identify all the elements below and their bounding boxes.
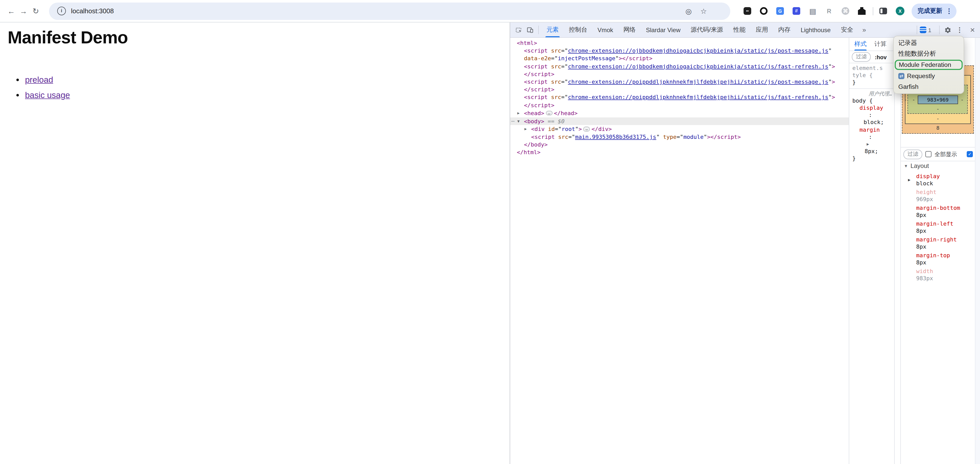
devtools-tab-slardar-view[interactable]: Slardar View: [641, 22, 686, 37]
forward-icon[interactable]: →: [18, 6, 30, 15]
computed-property-display[interactable]: ▶displayblock: [901, 173, 975, 187]
css-property-name[interactable]: margin: [852, 126, 894, 133]
devtools-tab-lighthouse[interactable]: Lighthouse: [795, 22, 836, 37]
issues-counter[interactable]: 1: [920, 27, 931, 33]
bookmark-star-icon[interactable]: ☆: [700, 7, 707, 15]
dom-node[interactable]: <script src="chrome-extension://poippddl…: [510, 78, 849, 86]
computed-property-width[interactable]: width983px: [901, 268, 975, 282]
devtools-tab-元素[interactable]: 元素: [541, 22, 564, 37]
side-panel-icon[interactable]: [880, 8, 887, 14]
expand-arrow-icon[interactable]: ▶: [852, 141, 894, 148]
tab-styles[interactable]: 样式: [854, 38, 867, 51]
devtools-tab-内存[interactable]: 内存: [773, 22, 795, 37]
node-menu-dots-icon[interactable]: ⋯: [511, 117, 515, 125]
preview-eye-icon[interactable]: ◎: [685, 7, 692, 15]
dom-node[interactable]: <script src="main.99353058b36d3175.js" t…: [510, 133, 849, 141]
preload-link[interactable]: preload: [25, 75, 53, 84]
tag-token: <script: [524, 94, 548, 101]
devtools-tab-控制台[interactable]: 控制台: [564, 22, 592, 37]
dom-node[interactable]: </script>: [510, 101, 849, 109]
attr-name-token: src: [551, 79, 561, 85]
devtools-tab-vmok[interactable]: Vmok: [592, 22, 618, 37]
close-devtools-icon[interactable]: ×: [966, 25, 980, 35]
resource-link[interactable]: chrome-extension://ojbbodkemjdhoiogaicbc…: [568, 63, 828, 70]
dom-node[interactable]: </script>: [510, 70, 849, 78]
pseudo-state-toggle[interactable]: :hov: [875, 54, 886, 60]
inspect-element-icon[interactable]: [513, 26, 525, 33]
device-toolbar-icon[interactable]: [525, 26, 536, 33]
google-translate-extension-icon[interactable]: G: [776, 7, 784, 15]
menu-item-requestly[interactable]: ⇄Requestly: [894, 70, 964, 81]
update-label: 完成更新: [918, 6, 942, 15]
expand-arrow-icon[interactable]: ▶: [908, 176, 910, 183]
dom-node-selected[interactable]: ⋯▼<body> == $0: [510, 117, 849, 125]
computed-property-margin-right[interactable]: margin-right8px: [901, 236, 975, 250]
gray-r-extension-icon[interactable]: R: [825, 7, 833, 15]
computed-property-margin-left[interactable]: margin-left8px: [901, 221, 975, 234]
address-bar[interactable]: i localhost:3008 ◎ ☆: [49, 2, 730, 20]
devtools-tab-性能[interactable]: 性能: [728, 22, 751, 37]
dom-node[interactable]: ▶<head>…</head>: [510, 109, 849, 117]
layout-section-header[interactable]: ▼ Layout: [901, 162, 975, 170]
css-property-name[interactable]: display: [852, 105, 894, 112]
black-ring-extension-icon[interactable]: [760, 7, 768, 15]
devtools-tab-应用[interactable]: 应用: [751, 22, 773, 37]
url-text[interactable]: localhost:3008: [71, 7, 685, 15]
devtools-tab-网络[interactable]: 网络: [618, 22, 641, 37]
group-checkbox[interactable]: ✓: [967, 151, 973, 157]
menu-item-module-federation[interactable]: Module Federation: [895, 60, 963, 70]
padding-left-value: -: [912, 95, 915, 104]
site-info-icon[interactable]: i: [57, 6, 66, 15]
dom-node[interactable]: </body>: [510, 141, 849, 149]
dom-node[interactable]: data-e2e="injectPostMessage"></script>: [510, 55, 849, 62]
expand-arrow-icon[interactable]: ▶: [525, 125, 531, 133]
resource-link[interactable]: chrome-extension://poippddljpknhnekfmjlf…: [568, 94, 828, 101]
styles-filter-input[interactable]: 过滤: [852, 52, 871, 62]
flask-extension-icon[interactable]: [858, 7, 865, 15]
tag-token: </script>: [524, 102, 554, 108]
pane-resizer[interactable]: [895, 38, 901, 464]
dom-node[interactable]: ▶<div id="root">…</div>: [510, 125, 849, 133]
computed-property-height[interactable]: height969px: [901, 189, 975, 203]
dom-node[interactable]: <html>: [510, 39, 849, 47]
expand-arrow-icon[interactable]: ▶: [517, 109, 524, 117]
resource-link[interactable]: chrome-extension://ojbbodkemjdhoiogaicbc…: [568, 48, 828, 54]
resource-link[interactable]: main.99353058b36d3175.js: [575, 134, 656, 140]
more-tabs-icon[interactable]: »: [858, 26, 870, 34]
resource-link[interactable]: chrome-extension://poippddljpknhnekfmjlf…: [568, 79, 828, 85]
menu-item-garfish[interactable]: Garfish: [894, 81, 964, 92]
devtools-tab-安全[interactable]: 安全: [836, 22, 858, 37]
dom-node[interactable]: </script>: [510, 86, 849, 94]
text-token: =": [561, 48, 568, 54]
ellipsis-button[interactable]: …: [546, 111, 552, 116]
menu-item-记录器[interactable]: 记录器: [894, 38, 964, 49]
devtools-menu-kebab-icon[interactable]: ⋮: [953, 26, 966, 34]
printer-extension-icon[interactable]: ▤: [809, 7, 816, 15]
dom-node[interactable]: <script src="chrome-extension://ojbbodke…: [510, 47, 849, 55]
dom-node[interactable]: <script src="chrome-extension://poippddl…: [510, 94, 849, 101]
basic-usage-link[interactable]: basic usage: [25, 91, 70, 100]
tab-computed[interactable]: 计算: [874, 38, 886, 51]
dark-dots-extension-icon[interactable]: ••: [743, 7, 751, 15]
blue-stripes-extension-icon[interactable]: //: [792, 7, 800, 15]
update-chrome-button[interactable]: 完成更新 ⋮: [912, 3, 956, 19]
reload-icon[interactable]: ↻: [30, 6, 42, 16]
text-token: ": [828, 48, 832, 54]
toolbar-divider: [873, 7, 873, 15]
browser-menu-kebab-icon[interactable]: ⋮: [946, 7, 953, 15]
settings-gear-icon[interactable]: [942, 26, 953, 33]
show-all-checkbox[interactable]: [925, 151, 931, 157]
command-circle-extension-icon[interactable]: ⌘: [842, 7, 849, 15]
toolbar-divider: [538, 25, 539, 34]
dom-node[interactable]: </html>: [510, 149, 849, 156]
dom-node[interactable]: <script src="chrome-extension://ojbbodke…: [510, 62, 849, 70]
devtools-tab-源代码-来源[interactable]: 源代码/来源: [686, 22, 728, 37]
back-icon[interactable]: ←: [5, 6, 18, 15]
computed-filter-input[interactable]: 过滤: [904, 149, 922, 159]
computed-property-margin-bottom[interactable]: margin-bottom8px: [901, 205, 975, 218]
menu-item-性能数据分析[interactable]: 性能数据分析: [894, 49, 964, 59]
computed-property-margin-top[interactable]: margin-top8px: [901, 252, 975, 266]
ellipsis-button[interactable]: …: [584, 127, 590, 132]
collapse-arrow-icon[interactable]: ▼: [517, 117, 524, 125]
profile-avatar[interactable]: X: [896, 6, 904, 15]
